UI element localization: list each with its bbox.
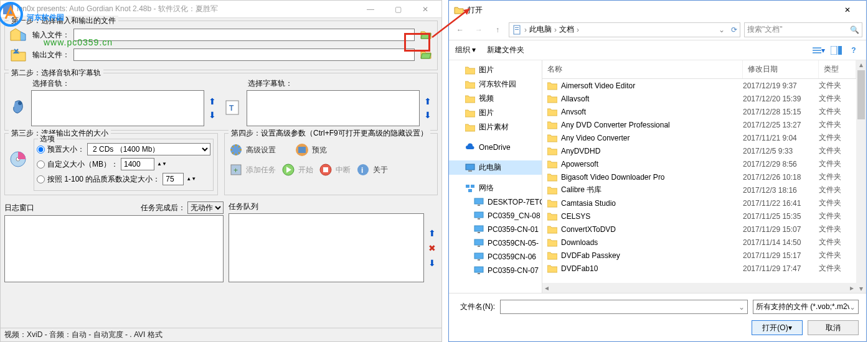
disk-icon: [9, 150, 29, 170]
custom-size-radio[interactable]: [37, 160, 45, 169]
tree-item[interactable]: PC0359-CN-07: [449, 264, 542, 277]
tree-item[interactable]: DESKTOP-7ETC: [449, 195, 542, 209]
col-type[interactable]: 类型: [819, 60, 856, 78]
svg-rect-36: [474, 226, 483, 231]
list-item[interactable]: AnyDVDHD2017/12/5 9:33文件夹: [542, 144, 856, 157]
audio-up-button[interactable]: ⬆: [207, 96, 218, 107]
tree-item[interactable]: PC0359-CN-01: [449, 223, 542, 236]
folder-icon: [465, 122, 475, 132]
list-item[interactable]: DVDFab102017/11/29 17:47文件夹: [542, 262, 856, 275]
breadcrumb[interactable]: › 此电脑 › 文档 › ⌄ ⟳: [509, 22, 740, 37]
organize-button[interactable]: 组织 ▾: [455, 45, 476, 55]
list-item[interactable]: ConvertXToDVD2017/11/29 15:07文件夹: [542, 223, 856, 236]
input-file-field[interactable]: [73, 29, 415, 41]
svg-rect-42: [474, 267, 483, 272]
search-placeholder: 搜索"文档": [747, 24, 847, 35]
tree-item[interactable]: PC0359CN-05-: [449, 236, 542, 250]
tree-item[interactable]: OneDrive: [449, 141, 542, 154]
dialog-close-button[interactable]: ✕: [834, 1, 861, 19]
nav-up-button[interactable]: ↑: [490, 22, 505, 37]
minimize-button[interactable]: —: [357, 1, 384, 17]
preview-button[interactable]: 预览: [295, 142, 327, 157]
subtitle-track-list[interactable]: [247, 90, 420, 126]
search-input[interactable]: 搜索"文档" 🔍: [744, 22, 862, 37]
add-task-button[interactable]: + 添加任务: [229, 162, 276, 177]
breadcrumb-root[interactable]: 此电脑: [529, 24, 552, 35]
quality-radio[interactable]: [37, 175, 45, 183]
about-button[interactable]: i 关于: [356, 162, 388, 177]
audio-down-button[interactable]: ⬇: [207, 109, 218, 121]
monitor-icon: [474, 266, 484, 275]
tree-item[interactable]: PC0359CN-06: [449, 250, 542, 264]
help-button[interactable]: ?: [847, 44, 860, 57]
breadcrumb-dropdown-icon[interactable]: ⌄: [719, 25, 725, 34]
view-mode-button[interactable]: ▾: [813, 44, 825, 57]
cloud-icon: [465, 142, 475, 152]
cancel-button[interactable]: 取消: [808, 320, 859, 335]
step1-group: 第一步：选择输入和输出的文件 输入文件： 输出文件：: [4, 21, 438, 70]
folder-icon: [547, 147, 557, 155]
audio-track-list[interactable]: [31, 90, 204, 126]
preview-pane-button[interactable]: [830, 44, 842, 57]
list-item[interactable]: DVDFab Passkey2017/11/29 15:17文件夹: [542, 249, 856, 262]
folder-icon: [465, 108, 475, 118]
open-button[interactable]: 打开(O) ▾: [752, 320, 803, 335]
step1-title: 第一步：选择输入和输出的文件: [9, 16, 118, 26]
list-item[interactable]: Downloads2017/11/14 14:50文件夹: [542, 236, 856, 249]
file-filter-dropdown[interactable]: 所有支持的文件 (*.vob;*.m2v;* ⌄: [753, 300, 859, 314]
subtitle-up-button[interactable]: ⬆: [422, 96, 433, 107]
svg-rect-35: [478, 218, 480, 220]
list-item[interactable]: Anvsoft2017/12/28 15:15文件夹: [542, 105, 856, 118]
advanced-settings-button[interactable]: 高级设置: [229, 142, 276, 157]
options-title: 选项: [38, 134, 57, 144]
queue-delete-button[interactable]: ✖: [427, 243, 438, 254]
queue-list[interactable]: [229, 213, 424, 282]
preset-size-select[interactable]: 2 CDs （1400 Mb）: [87, 143, 210, 155]
list-item[interactable]: Calibre 书库2017/12/3 18:16文件夹: [542, 183, 856, 196]
start-button[interactable]: 开始: [281, 162, 313, 177]
subtitle-down-button[interactable]: ⬇: [422, 109, 433, 121]
list-item[interactable]: Bigasoft Video Downloader Pro2017/12/26 …: [542, 170, 856, 183]
svg-rect-33: [478, 205, 480, 206]
step2-group: 第二步：选择音轨和字幕轨 选择音轨： ⬆ ⬇: [4, 73, 438, 131]
tree-item[interactable]: 网络: [449, 181, 542, 195]
queue-down-button[interactable]: ⬇: [427, 257, 438, 269]
preset-size-radio[interactable]: [37, 146, 45, 154]
dialog-title: 打开: [468, 5, 834, 16]
output-file-field[interactable]: [73, 49, 415, 61]
queue-up-button[interactable]: ⬆: [427, 228, 438, 239]
tree-item[interactable]: 图片: [449, 63, 542, 77]
filename-input[interactable]: ⌄: [500, 300, 748, 314]
maximize-button[interactable]: ▢: [384, 1, 412, 17]
stop-button[interactable]: 中断: [318, 162, 351, 177]
tree-item[interactable]: PC0359_CN-08: [449, 209, 542, 223]
custom-size-field[interactable]: [121, 158, 154, 170]
new-folder-button[interactable]: 新建文件夹: [487, 45, 524, 55]
list-item[interactable]: CELSYS2017/11/25 15:35文件夹: [542, 210, 856, 223]
list-item[interactable]: Apowersoft2017/12/29 8:56文件夹: [542, 157, 856, 170]
col-name[interactable]: 名称: [542, 60, 743, 78]
tree-item[interactable]: 视频: [449, 91, 542, 106]
vertical-scrollbar[interactable]: ▴▾: [856, 60, 866, 293]
svg-rect-27: [466, 164, 474, 170]
tree-item[interactable]: 此电脑: [449, 160, 542, 175]
refresh-icon[interactable]: ⟳: [731, 25, 737, 34]
list-item[interactable]: Aimersoft Video Editor2017/12/19 9:37文件夹: [542, 79, 856, 92]
folder-icon: [547, 238, 557, 247]
tree-item[interactable]: 图片: [449, 106, 542, 120]
list-item[interactable]: Any Video Converter2017/11/21 9:04文件夹: [542, 131, 856, 144]
folder-tree[interactable]: 图片河东软件园视频图片图片素材OneDrive此电脑网络DESKTOP-7ETC…: [449, 60, 542, 293]
pc-icon: [465, 163, 475, 173]
horizontal-scrollbar[interactable]: ◂▸: [542, 283, 856, 293]
task-complete-select[interactable]: 无动作: [187, 201, 224, 214]
col-date[interactable]: 修改日期: [743, 60, 819, 78]
list-item[interactable]: Any DVD Converter Professional2017/12/25…: [542, 118, 856, 131]
list-item[interactable]: Camtasia Studio2017/11/22 16:41文件夹: [542, 196, 856, 210]
tree-item[interactable]: 图片素材: [449, 120, 542, 134]
quality-field[interactable]: [163, 173, 184, 185]
tree-item[interactable]: 河东软件园: [449, 77, 542, 91]
folder-icon: [547, 251, 557, 260]
list-item[interactable]: Allavsoft2017/12/20 15:39文件夹: [542, 92, 856, 105]
log-textarea[interactable]: [4, 215, 224, 282]
breadcrumb-folder[interactable]: 文档: [559, 24, 574, 35]
